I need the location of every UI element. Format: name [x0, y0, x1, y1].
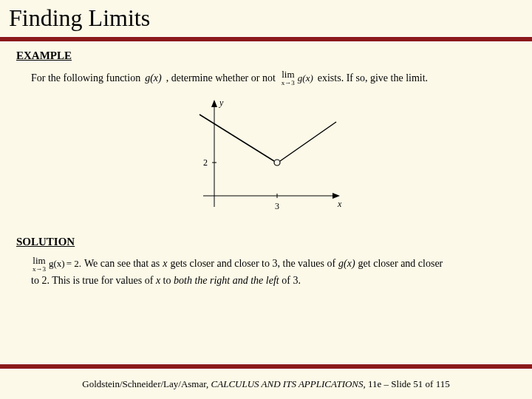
- footer-authors: Goldstein/Schneider/Lay/Asmar,: [82, 378, 211, 389]
- limit-expression: lim x→3 g(x): [280, 69, 313, 86]
- sol-2a: to 2. This is true for values of: [31, 275, 156, 286]
- sol-lim-sub: x→3: [33, 266, 46, 273]
- sol-2e: of 3.: [279, 275, 301, 286]
- footer-rest: , 11e – Slide 51 of 115: [364, 378, 450, 389]
- sol-lim-text: lim: [33, 256, 45, 265]
- problem-pre: For the following function: [31, 72, 140, 84]
- svg-marker-1: [211, 100, 217, 107]
- problem-func: g(x): [145, 72, 162, 84]
- limit-symbol: lim x→3: [282, 69, 295, 86]
- sol-1c: gets closer and closer to 3, the values …: [171, 256, 336, 272]
- sol-1e: get closer and closer: [358, 256, 443, 272]
- sol-1b: x: [163, 256, 167, 272]
- x-tick-label: 3: [275, 201, 279, 211]
- sol-2d: both the right and the left: [174, 275, 279, 286]
- sol-2c: to: [160, 275, 174, 286]
- solution-body: lim x→3 g(x) = 2. We can see that as x g…: [31, 256, 516, 289]
- svg-line-7: [280, 122, 336, 161]
- problem-statement: For the following function g(x) , determ…: [31, 69, 516, 86]
- footer-book: CALCULUS AND ITS APPLICATIONS: [211, 378, 364, 389]
- sol-1a: We can see that as: [84, 256, 160, 272]
- y-axis-label: y: [219, 98, 224, 108]
- top-divider: [0, 36, 532, 42]
- bottom-divider: [0, 364, 532, 369]
- svg-point-8: [274, 160, 280, 166]
- x-axis-label: x: [337, 199, 342, 209]
- solution-line-1: lim x→3 g(x) = 2. We can see that as x g…: [31, 256, 516, 273]
- graph-svg: 2 3 y x: [181, 92, 351, 225]
- graph-container: 2 3 y x: [16, 92, 516, 225]
- solution-heading: SOLUTION: [16, 236, 516, 248]
- lim-func: g(x): [298, 72, 313, 84]
- sol-lim-eq: = 2.: [66, 256, 81, 272]
- sol-limit-symbol: lim x→3: [33, 256, 46, 273]
- svg-marker-3: [332, 193, 340, 199]
- footer: Goldstein/Schneider/Lay/Asmar, CALCULUS …: [0, 378, 532, 390]
- lim-sub: x→3: [282, 80, 295, 86]
- solution-line-2: to 2. This is true for values of x to bo…: [31, 273, 516, 289]
- lim-text: lim: [282, 69, 294, 79]
- sol-limit-expression: lim x→3 g(x) = 2.: [31, 256, 81, 273]
- problem-mid: , determine whether or not: [166, 72, 276, 84]
- svg-line-6: [200, 115, 274, 161]
- y-tick-label: 2: [203, 157, 208, 168]
- problem-post: exists. If so, give the limit.: [318, 72, 428, 84]
- example-heading: EXAMPLE: [16, 50, 516, 62]
- title-area: Finding Limits: [0, 0, 532, 33]
- content-area: EXAMPLE For the following function g(x) …: [0, 42, 532, 289]
- page-title: Finding Limits: [9, 4, 532, 32]
- sol-1d: g(x): [338, 256, 355, 272]
- sol-lim-func: g(x): [49, 256, 65, 272]
